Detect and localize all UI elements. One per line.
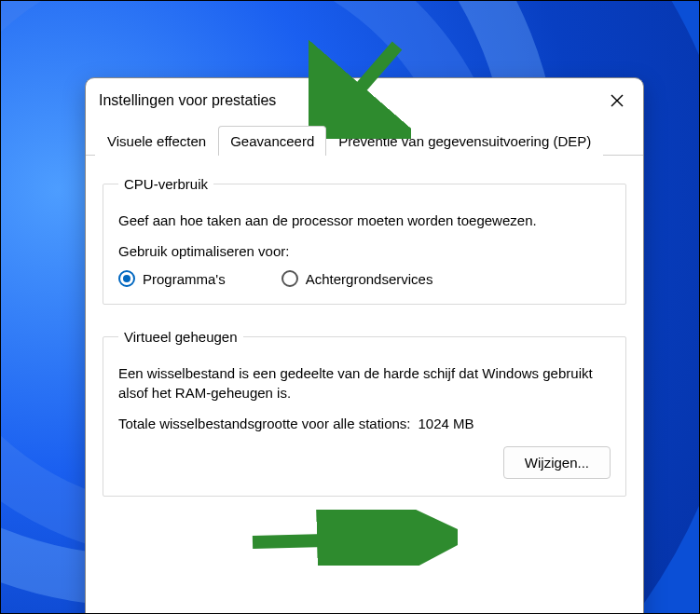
radio-icon xyxy=(118,270,135,287)
virtual-memory-group: Virtueel geheugen Een wisselbestand is e… xyxy=(103,329,626,497)
radio-background-services[interactable]: Achtergrondservices xyxy=(281,270,433,287)
close-button[interactable] xyxy=(604,88,630,114)
tab-content-advanced: CPU-verbruik Geef aan hoe taken aan de p… xyxy=(86,156,643,541)
vm-total-line: Totale wisselbestandsgrootte voor alle s… xyxy=(118,416,611,431)
titlebar: Instellingen voor prestaties xyxy=(86,78,643,119)
cpu-desc: Geef aan hoe taken aan de processor moet… xyxy=(118,211,611,230)
tab-label: Visuele effecten xyxy=(107,133,206,149)
cpu-usage-group: CPU-verbruik Geef aan hoe taken aan de p… xyxy=(103,176,626,305)
button-label: Wijzigen... xyxy=(525,455,589,471)
cpu-radio-group: Programma's Achtergrondservices xyxy=(118,270,611,287)
radio-label: Programma's xyxy=(143,271,226,287)
tabstrip: Visuele effecten Geavanceerd Preventie v… xyxy=(86,125,643,156)
tab-advanced[interactable]: Geavanceerd xyxy=(218,126,326,156)
tab-label: Preventie van gegevensuitvoering (DEP) xyxy=(338,133,591,149)
tab-dep[interactable]: Preventie van gegevensuitvoering (DEP) xyxy=(326,126,603,156)
tab-visual-effects[interactable]: Visuele effecten xyxy=(95,126,218,156)
vm-total-value: 1024 MB xyxy=(419,416,474,431)
performance-options-dialog: Instellingen voor prestaties Visuele eff… xyxy=(85,77,644,614)
vm-total-label: Totale wisselbestandsgrootte voor alle s… xyxy=(118,416,411,431)
window-title: Instellingen voor prestaties xyxy=(99,92,276,109)
group-legend: CPU-verbruik xyxy=(118,176,213,192)
radio-label: Achtergrondservices xyxy=(306,271,433,287)
vm-desc: Een wisselbestand is een gedeelte van de… xyxy=(118,363,611,403)
tab-label: Geavanceerd xyxy=(230,133,314,149)
group-legend: Virtueel geheugen xyxy=(118,329,243,345)
cpu-subhead: Gebruik optimaliseren voor: xyxy=(118,243,611,259)
change-button[interactable]: Wijzigen... xyxy=(503,446,611,479)
radio-icon xyxy=(281,270,298,287)
radio-programs[interactable]: Programma's xyxy=(118,270,226,287)
close-icon xyxy=(611,94,624,107)
